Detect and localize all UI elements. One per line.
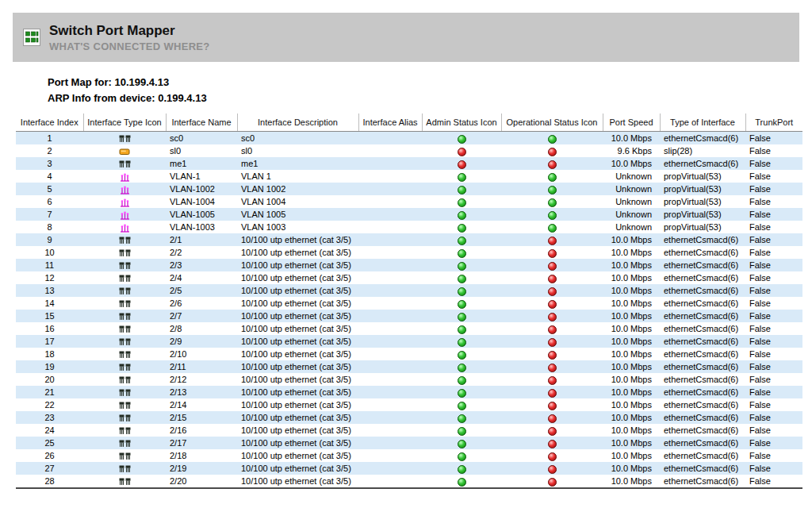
- cell-admin-status: [422, 462, 501, 475]
- table-row[interactable]: 5VLAN-1002VLAN 1002UnknownpropVirtual(53…: [16, 183, 802, 195]
- cell-admin-status: [422, 271, 501, 284]
- cell-type-of-interface: propVirtual(53): [660, 183, 745, 195]
- operational-status-down-icon: [548, 249, 557, 258]
- table-row[interactable]: 132/510/100 utp ethernet (cat 3/5)10.0 M…: [16, 284, 802, 297]
- table-row[interactable]: 112/310/100 utp ethernet (cat 3/5)10.0 M…: [16, 259, 802, 271]
- operational-status-up-icon: [548, 135, 557, 144]
- table-row[interactable]: 192/1110/100 utp ethernet (cat 3/5)10.0 …: [16, 360, 802, 373]
- cell-trunkport: False: [745, 208, 802, 221]
- cell-type-of-interface: ethernetCsmacd(6): [660, 246, 745, 259]
- table-row[interactable]: 1sc0sc010.0 MbpsethernetCsmacd(6)False: [16, 132, 802, 145]
- column-header-operational-status-icon[interactable]: Operational Status Icon: [501, 114, 603, 132]
- table-row[interactable]: 2sl0sl09.6 Kbpsslip(28)False: [16, 144, 802, 157]
- admin-status-up-icon: [458, 275, 466, 283]
- cell-trunkport: False: [745, 132, 802, 145]
- cell-interface-type-icon: [83, 424, 166, 437]
- table-row[interactable]: 172/910/100 utp ethernet (cat 3/5)10.0 M…: [16, 335, 802, 348]
- cell-interface-index: 14: [16, 297, 83, 310]
- cell-interface-index: 3: [16, 157, 83, 170]
- table-row[interactable]: 282/2010/100 utp ethernet (cat 3/5)10.0 …: [16, 475, 802, 488]
- table-row[interactable]: 152/710/100 utp ethernet (cat 3/5)10.0 M…: [16, 310, 802, 322]
- cell-interface-index: 6: [16, 195, 83, 208]
- cell-trunkport: False: [745, 322, 802, 335]
- table-row[interactable]: 242/1610/100 utp ethernet (cat 3/5)10.0 …: [16, 424, 802, 437]
- table-header-row: Interface IndexInterface Type IconInterf…: [16, 114, 802, 132]
- column-header-interface-type-icon[interactable]: Interface Type Icon: [83, 114, 166, 132]
- column-header-admin-status-icon[interactable]: Admin Status Icon: [422, 114, 501, 132]
- table-row[interactable]: 8VLAN-1003VLAN 1003UnknownpropVirtual(53…: [16, 221, 802, 233]
- table-row[interactable]: 102/210/100 utp ethernet (cat 3/5)10.0 M…: [16, 246, 802, 259]
- cell-port-speed: Unknown: [603, 170, 660, 183]
- table-row[interactable]: 7VLAN-1005VLAN 1005UnknownpropVirtual(53…: [16, 208, 802, 221]
- cell-type-of-interface: propVirtual(53): [660, 221, 745, 233]
- table-row[interactable]: 6VLAN-1004VLAN 1004UnknownpropVirtual(53…: [16, 195, 802, 208]
- cell-port-speed: 10.0 Mbps: [603, 335, 660, 348]
- table-row[interactable]: 3me1me110.0 MbpsethernetCsmacd(6)False: [16, 157, 802, 170]
- table-row[interactable]: 92/110/100 utp ethernet (cat 3/5)10.0 Mb…: [16, 233, 802, 246]
- operational-status-down-icon: [548, 325, 557, 334]
- ethernet-port-icon: [119, 389, 131, 398]
- cell-admin-status: [422, 348, 501, 360]
- cell-port-speed: 10.0 Mbps: [603, 284, 660, 297]
- cell-interface-alias: [358, 271, 422, 284]
- cell-operational-status: [501, 233, 603, 246]
- cell-operational-status: [501, 259, 603, 271]
- cell-trunkport: False: [745, 170, 802, 183]
- cell-interface-index: 15: [16, 310, 83, 322]
- cell-port-speed: 10.0 Mbps: [603, 322, 660, 335]
- table-row[interactable]: 222/1410/100 utp ethernet (cat 3/5)10.0 …: [16, 398, 802, 411]
- cell-interface-type-icon: [83, 348, 166, 360]
- cell-operational-status: [501, 310, 603, 322]
- column-header-port-speed[interactable]: Port Speed: [603, 114, 660, 132]
- serial-modem-icon: [119, 148, 130, 156]
- column-header-interface-description[interactable]: Interface Description: [237, 114, 358, 132]
- cell-type-of-interface: propVirtual(53): [660, 170, 745, 183]
- cell-admin-status: [422, 335, 501, 348]
- column-header-interface-alias[interactable]: Interface Alias: [358, 114, 422, 132]
- cell-interface-name: 2/12: [166, 373, 237, 386]
- cell-interface-name: 2/15: [166, 411, 237, 424]
- ethernet-port-icon: [119, 351, 131, 360]
- table-row[interactable]: 212/1310/100 utp ethernet (cat 3/5)10.0 …: [16, 386, 802, 398]
- cell-operational-status: [501, 348, 603, 360]
- cell-port-speed: 10.0 Mbps: [603, 297, 660, 310]
- table-row[interactable]: 232/1510/100 utp ethernet (cat 3/5)10.0 …: [16, 411, 802, 424]
- cell-type-of-interface: propVirtual(53): [660, 195, 745, 208]
- cell-type-of-interface: ethernetCsmacd(6): [660, 449, 745, 462]
- cell-trunkport: False: [745, 424, 802, 437]
- table-row[interactable]: 182/1010/100 utp ethernet (cat 3/5)10.0 …: [16, 348, 802, 360]
- operational-status-up-icon: [548, 211, 557, 220]
- column-header-trunkport[interactable]: TrunkPort: [745, 114, 802, 132]
- cell-type-of-interface: ethernetCsmacd(6): [660, 132, 745, 145]
- table-row[interactable]: 142/610/100 utp ethernet (cat 3/5)10.0 M…: [16, 297, 802, 310]
- cell-interface-alias: [358, 157, 422, 170]
- column-header-type-of-interface[interactable]: Type of Interface: [660, 114, 745, 132]
- ethernet-port-icon: [119, 402, 131, 410]
- cell-operational-status: [501, 297, 603, 310]
- table-row[interactable]: 122/410/100 utp ethernet (cat 3/5)10.0 M…: [16, 271, 802, 284]
- cell-interface-index: 19: [16, 360, 83, 373]
- admin-status-up-icon: [458, 287, 466, 296]
- cell-interface-description: 10/100 utp ethernet (cat 3/5): [237, 411, 358, 424]
- cell-interface-name: VLAN-1002: [166, 183, 237, 195]
- cell-operational-status: [501, 246, 603, 259]
- table-row[interactable]: 4VLAN-1VLAN 1UnknownpropVirtual(53)False: [16, 170, 802, 183]
- table-row[interactable]: 162/810/100 utp ethernet (cat 3/5)10.0 M…: [16, 322, 802, 335]
- cell-interface-alias: [358, 373, 422, 386]
- column-header-interface-name[interactable]: Interface Name: [166, 114, 237, 132]
- table-row[interactable]: 272/1910/100 utp ethernet (cat 3/5)10.0 …: [16, 462, 802, 475]
- cell-interface-type-icon: [83, 157, 166, 170]
- cell-admin-status: [422, 424, 501, 437]
- operational-status-down-icon: [548, 148, 557, 156]
- column-header-interface-index[interactable]: Interface Index: [16, 114, 83, 132]
- ethernet-port-icon: [119, 478, 131, 487]
- cell-interface-type-icon: [83, 297, 166, 310]
- admin-status-up-icon: [458, 198, 466, 207]
- operational-status-down-icon: [548, 376, 557, 385]
- cell-interface-index: 27: [16, 462, 83, 475]
- table-row[interactable]: 262/1810/100 utp ethernet (cat 3/5)10.0 …: [16, 449, 802, 462]
- table-row[interactable]: 202/1210/100 utp ethernet (cat 3/5)10.0 …: [16, 373, 802, 386]
- cell-interface-alias: [358, 475, 422, 488]
- admin-status-up-icon: [458, 262, 466, 271]
- table-row[interactable]: 252/1710/100 utp ethernet (cat 3/5)10.0 …: [16, 437, 802, 449]
